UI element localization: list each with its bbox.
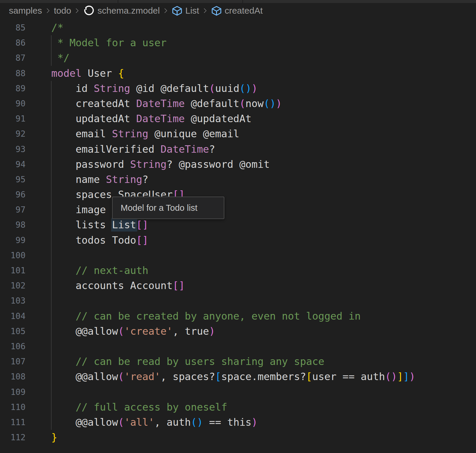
code-text[interactable]: updatedAt DateTime @updatedAt (51, 111, 252, 126)
code-text[interactable]: createdAt DateTime @default(now()) (51, 96, 282, 111)
line-number[interactable]: 109 (0, 385, 25, 400)
code-text[interactable]: todos Todo[] (51, 233, 148, 248)
code-text[interactable]: @@allow('create', true) (51, 324, 215, 339)
code-line: 102 accounts Account[] (0, 278, 476, 293)
code-text[interactable]: /* (51, 20, 63, 35)
line-number[interactable]: 104 (0, 309, 25, 324)
code-line: 97 image (0, 202, 476, 217)
line-number[interactable]: 105 (0, 324, 25, 339)
code-line: 98 lists List[] (0, 217, 476, 232)
line-number[interactable]: 101 (0, 263, 25, 278)
hover-tooltip-text: Model for a Todo list (121, 203, 197, 213)
line-number[interactable]: 92 (0, 126, 25, 141)
chevron-right-icon (45, 6, 51, 15)
indent-guide-line (51, 293, 52, 308)
indent-guide-line (51, 385, 52, 400)
code-text[interactable]: lists List[] (51, 217, 148, 232)
code-text[interactable]: * Model for a user (51, 35, 167, 50)
code-line: 91 updatedAt DateTime @updatedAt (0, 111, 476, 126)
code-text[interactable]: model User { (51, 66, 124, 81)
code-line: 90 createdAt DateTime @default(now()) (0, 96, 476, 111)
line-number[interactable]: 89 (0, 81, 25, 96)
code-text[interactable]: email String @unique @email (51, 126, 239, 141)
symbol-cube-icon (172, 5, 183, 16)
line-number[interactable]: 111 (0, 415, 25, 430)
code-line: 87 */ (0, 50, 476, 66)
code-editor[interactable]: 85/*86 * Model for a user87 */88model Us… (0, 18, 476, 453)
line-number[interactable]: 93 (0, 142, 25, 157)
code-text[interactable]: // can be read by users sharing any spac… (51, 354, 324, 369)
code-line: 93 emailVerified DateTime? (0, 142, 476, 157)
chevron-right-icon (163, 6, 169, 15)
code-line: 104 // can be created by anyone, even no… (0, 309, 476, 324)
code-line: 105 @@allow('create', true) (0, 324, 476, 339)
line-number[interactable]: 110 (0, 400, 25, 415)
line-number[interactable]: 87 (0, 50, 25, 66)
line-number[interactable]: 98 (0, 217, 25, 232)
code-line: 88model User { (0, 66, 476, 81)
line-number[interactable]: 94 (0, 157, 25, 172)
code-text[interactable]: // next-auth (51, 263, 148, 278)
code-text[interactable]: password String? @password @omit (51, 157, 270, 172)
code-line: 106 (0, 339, 476, 354)
line-number[interactable]: 88 (0, 66, 25, 81)
code-text[interactable]: image (51, 202, 106, 217)
tab-divider (242, 0, 243, 3)
code-line: 89 id String @id @default(uuid()) (0, 81, 476, 96)
code-text[interactable]: id String @id @default(uuid()) (51, 81, 258, 96)
hover-tooltip: Model for a Todo list (112, 197, 224, 219)
line-number[interactable]: 91 (0, 111, 25, 126)
line-number[interactable]: 108 (0, 369, 25, 384)
code-line: 95 name String? (0, 172, 476, 187)
line-number[interactable]: 102 (0, 278, 25, 293)
code-line: 111 @@allow('all', auth() == this) (0, 415, 476, 430)
breadcrumb-item-schema-zmodel[interactable]: schema.zmodel (98, 6, 160, 16)
code-text[interactable]: @@allow('all', auth() == this) (51, 415, 258, 430)
code-line: 109 (0, 385, 476, 400)
line-number[interactable]: 86 (0, 35, 25, 50)
code-line: 100 (0, 248, 476, 263)
line-number[interactable]: 97 (0, 202, 25, 217)
code-line: 112} (0, 430, 476, 445)
code-line: 86 * Model for a user (0, 35, 476, 50)
line-number[interactable]: 112 (0, 430, 25, 445)
code-line: 108 @@allow('read', spaces?[space.member… (0, 369, 476, 384)
breadcrumb-item-list[interactable]: List (185, 6, 199, 16)
code-text[interactable]: emailVerified DateTime? (51, 142, 215, 157)
code-line: 103 (0, 293, 476, 308)
code-line: 101 // next-auth (0, 263, 476, 278)
symbol-cube-icon (211, 5, 222, 16)
code-line: 110 // full access by oneself (0, 400, 476, 415)
code-text[interactable]: */ (51, 50, 69, 66)
line-number[interactable]: 95 (0, 172, 25, 187)
code-line: 96 spaces SpaceUser[] (0, 187, 476, 202)
breadcrumb-item-createdat[interactable]: createdAt (225, 6, 263, 16)
line-number[interactable]: 106 (0, 339, 25, 354)
code-line: 107 // can be read by users sharing any … (0, 354, 476, 369)
line-number[interactable]: 103 (0, 293, 25, 308)
line-number[interactable]: 107 (0, 354, 25, 369)
breadcrumb-item-todo[interactable]: todo (54, 6, 71, 16)
line-number[interactable]: 90 (0, 96, 25, 111)
indent-guide-line (51, 339, 52, 354)
line-number[interactable]: 96 (0, 187, 25, 202)
line-number[interactable]: 99 (0, 233, 25, 248)
code-text[interactable]: accounts Account[] (51, 278, 185, 293)
code-line: 85/* (0, 20, 476, 35)
chevron-right-icon (202, 6, 208, 15)
code-text[interactable]: // can be created by anyone, even not lo… (51, 309, 361, 324)
code-text[interactable]: name String? (51, 172, 148, 187)
word-highlight: List (112, 219, 136, 231)
code-text[interactable]: @@allow('read', spaces?[space.members?[u… (51, 369, 415, 384)
code-line: 94 password String? @password @omit (0, 157, 476, 172)
sync-icon (83, 5, 95, 17)
code-line: 99 todos Todo[] (0, 233, 476, 248)
breadcrumb: samplestodoschema.zmodelListcreatedAt (0, 3, 476, 18)
tab-bar-strip (0, 0, 476, 3)
code-text[interactable]: // full access by oneself (51, 400, 227, 415)
line-number[interactable]: 100 (0, 248, 25, 263)
code-text[interactable]: } (51, 430, 57, 445)
line-number[interactable]: 85 (0, 20, 25, 35)
indent-guide-line (51, 248, 52, 263)
breadcrumb-item-samples[interactable]: samples (9, 6, 42, 16)
